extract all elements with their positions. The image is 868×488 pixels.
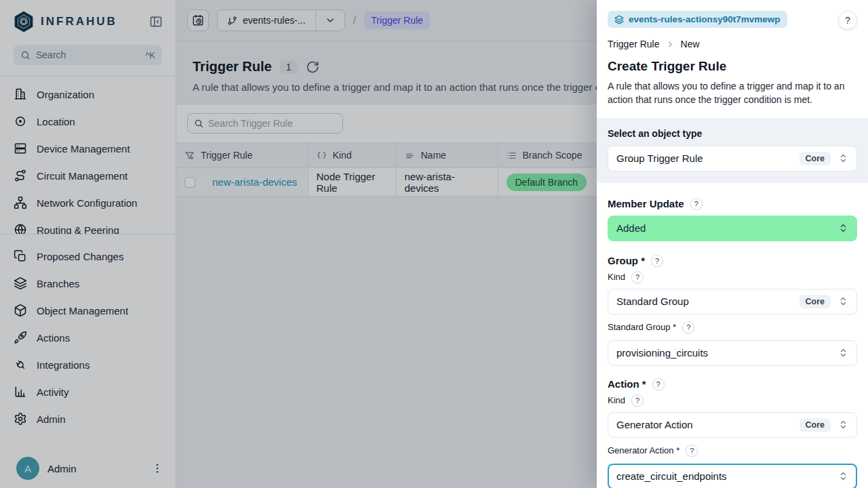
help-tooltip-icon[interactable]: ? [631,271,644,283]
drawer-description: A rule that allows you to define a trigg… [608,79,857,107]
help-button[interactable]: ? [838,11,857,30]
standard-group-select[interactable]: provisioning_circuits [608,340,857,366]
help-tooltip-icon[interactable]: ? [690,198,703,210]
drawer-title: Create Trigger Rule [608,59,857,74]
chevrons-up-down-icon [838,153,848,163]
standard-group-label: Standard Group * [608,322,676,332]
drawer-breadcrumb: Trigger Rule New [608,39,857,49]
standard-group-value: provisioning_circuits [616,347,708,359]
member-update-label: Member Update [608,198,684,209]
help-tooltip-icon[interactable]: ? [652,378,665,390]
app-window: INFRAHUB Search ^K Organization Location… [0,0,868,488]
action-label: Action * [608,378,646,390]
chevrons-up-down-icon [838,471,848,481]
core-badge: Core [800,418,831,432]
object-type-select[interactable]: Group Trigger Rule Core [608,146,857,171]
help-tooltip-icon[interactable]: ? [682,321,694,333]
action-kind-label: Kind [608,395,625,405]
member-update-select[interactable]: Added [608,216,857,241]
help-tooltip-icon[interactable]: ? [631,394,644,407]
member-update-value: Added [616,222,646,234]
drawer-breadcrumb-parent[interactable]: Trigger Rule [608,39,660,49]
layers-icon [614,15,624,24]
help-tooltip-icon[interactable]: ? [651,255,663,267]
object-type-value: Group Trigger Rule [616,152,703,164]
generator-action-label: Generator Action * [608,445,679,455]
group-label: Group * [608,255,645,266]
chevrons-up-down-icon [838,296,848,306]
group-kind-value: Standard Group [616,296,689,307]
help-tooltip-icon[interactable]: ? [686,445,698,457]
object-type-label: Select an object type [608,128,857,139]
chevrons-up-down-icon [838,348,848,358]
chevron-right-icon [666,40,675,49]
drawer-branch-badge[interactable]: events-rules-actionsy90t7mvmewp [608,11,787,28]
action-kind-select[interactable]: Generator Action Core [608,412,857,438]
drawer-branch-badge-label: events-rules-actionsy90t7mvmewp [629,14,781,24]
group-kind-select[interactable]: Standard Group Core [608,289,857,314]
group-kind-label: Kind [608,272,625,282]
core-badge: Core [800,295,831,308]
chevrons-up-down-icon [838,420,848,430]
generator-action-select[interactable]: create_circuit_endpoints [608,464,857,488]
drawer-breadcrumb-current: New [681,39,700,49]
chevrons-up-down-icon [838,223,848,233]
generator-action-value: create_circuit_endpoints [616,470,727,482]
object-type-section: Select an object type Group Trigger Rule… [597,118,868,183]
create-trigger-rule-drawer: events-rules-actionsy90t7mvmewp ? Trigge… [597,0,868,488]
action-kind-value: Generator Action [616,419,693,430]
core-badge: Core [800,152,831,165]
